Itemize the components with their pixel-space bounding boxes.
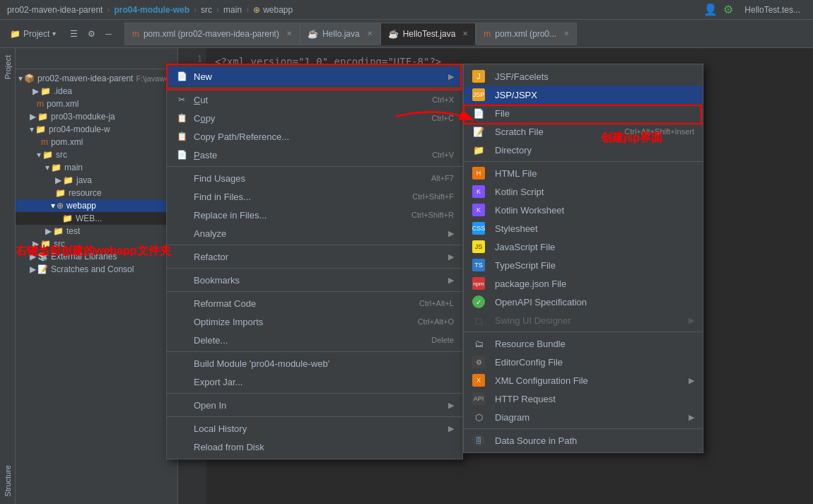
swing-arrow: ▶ [689,316,694,325]
sep-6 [167,351,462,352]
editorconfig-icon: ⚙ [472,356,485,368]
menu-item-refactor[interactable]: Refactor ▶ [167,247,462,266]
analyze-icon [175,227,188,240]
directory-icon: 📁 [472,143,485,156]
menu-item-optimize[interactable]: Optimize Imports Ctrl+Alt+O [167,312,462,331]
resource-bundle-icon: 🗂 [472,337,485,350]
menu-item-local-history[interactable]: Local History ▶ [167,419,462,438]
menu-arrow-new: ▶ [448,72,454,81]
build-icon [175,357,188,370]
xml-config-icon: X [472,374,485,387]
menu-item-find-files[interactable]: Find in Files... Ctrl+Shift+F [167,187,462,206]
submenu-item-editorconfig[interactable]: ⚙ EditorConfig File [464,353,703,371]
replace-icon [175,209,188,221]
submenu-item-html[interactable]: H HTML File [464,164,703,182]
menu-item-new[interactable]: 📄 New ▶ [167,67,462,86]
xml-config-arrow: ▶ [689,376,694,385]
local-history-icon [175,422,188,435]
refactor-icon [175,250,188,263]
left-callout: 右键当前创建的webapp文件夹 [16,244,171,259]
swing-icon: ◻ [472,314,485,327]
menu-item-replace-files[interactable]: Replace in Files... Ctrl+Shift+R [167,206,462,224]
menu-arrow-open-in: ▶ [448,401,454,410]
package-json-icon: npm [472,277,485,290]
submenu-item-directory[interactable]: 📁 Directory [464,141,703,159]
submenu-item-package-json[interactable]: npm package.json File [464,274,703,293]
submenu-item-diagram[interactable]: ⬡ Diagram ▶ [464,408,703,426]
js-icon: JS [472,240,485,253]
sep-7 [167,393,462,394]
menu-item-reload[interactable]: Reload from Disk [167,438,462,456]
menu-arrow-local-history: ▶ [448,424,454,433]
menu-item-reformat[interactable]: Reformat Code Ctrl+Alt+L [167,294,462,312]
paste-shortcut: Ctrl+V [432,151,454,159]
submenu-item-xml-config[interactable]: X XML Configuration File ▶ [464,371,703,389]
menu-item-open-in[interactable]: Open In ▶ [167,396,462,414]
submenu-item-http-request[interactable]: API HTTP Request [464,389,703,408]
submenu-item-stylesheet[interactable]: CSS Stylesheet [464,219,703,238]
open-in-icon [175,399,188,411]
submenu-item-swing: ◻ Swing UI Designer ▶ [464,311,703,329]
submenu-sep-1 [464,161,703,162]
find-files-icon [175,190,188,203]
kotlin-script-icon: K [472,185,485,198]
submenu-item-jsf[interactable]: J JSF/Facelets [464,67,703,86]
menu-item-paste[interactable]: 📄 Paste Ctrl+V [167,146,462,164]
menu-arrow-analyze: ▶ [448,229,454,238]
stylesheet-icon: CSS [472,222,485,235]
submenu-item-resource-bundle[interactable]: 🗂 Resource Bundle [464,334,703,353]
submenu-item-file[interactable]: 📄 File [464,104,703,122]
replace-shortcut: Ctrl+Shift+R [411,211,454,219]
submenu-item-openapi[interactable]: ✓ OpenAPI Specification [464,293,703,311]
submenu-item-kotlin-worksheet[interactable]: K Kotlin Worksheet [464,201,703,219]
http-icon: API [472,392,485,405]
diagram-icon: ⬡ [472,411,485,423]
reload-icon [175,440,188,453]
openapi-icon: ✓ [472,295,485,308]
delete-icon [175,334,188,346]
kotlin-worksheet-icon: K [472,204,485,216]
sep-2 [167,166,462,167]
submenu-item-scratch[interactable]: 📝 Scratch File Ctrl+Alt+Shift+Insert [464,122,703,141]
context-menu-overlay: 📄 New ▶ ✂ Cut Ctrl+X 📋 Copy Ctrl+C 📋 [0,0,813,504]
submenu-item-typescript[interactable]: TS TypeScript File [464,256,703,274]
submenu: J JSF/Facelets JSP JSP/JSPX 📄 File 📝 Scr… [463,64,703,453]
submenu-item-kotlin-script[interactable]: K Kotlin Script [464,182,703,201]
menu-arrow-bookmarks: ▶ [448,276,454,285]
menu-item-find-usages[interactable]: Find Usages Alt+F7 [167,169,462,187]
menu-item-bookmarks[interactable]: Bookmarks ▶ [167,271,462,289]
sep-8 [167,416,462,417]
submenu-item-data-source[interactable]: 🗄 Data Source in Path [464,431,703,450]
data-source-icon: 🗄 [472,434,485,447]
menu-item-build[interactable]: Build Module 'pro04-module-web' [167,354,462,373]
sep-3 [167,245,462,245]
delete-shortcut: Delete [431,336,454,344]
find-files-shortcut: Ctrl+Shift+F [412,192,454,201]
find-usages-shortcut: Alt+F7 [431,174,454,182]
menu-item-export[interactable]: Export Jar... [167,373,462,391]
copy-path-icon: 📋 [175,130,188,143]
jsf-icon: J [472,70,485,83]
optimize-icon [175,315,188,328]
submenu-item-javascript[interactable]: JS JavaScript File [464,238,703,256]
submenu-item-jsp[interactable]: JSP JSP/JSPX [464,86,703,104]
arrow-to-jsp [389,99,481,134]
menu-arrow-refactor: ▶ [448,252,454,262]
reformat-icon [175,297,188,310]
export-icon [175,375,188,388]
ts-icon: TS [472,259,485,271]
sep-1 [167,88,462,88]
new-icon: 📄 [175,70,188,83]
submenu-sep-2 [464,332,703,332]
reformat-shortcut: Ctrl+Alt+L [419,299,454,307]
submenu-sep-3 [464,428,703,429]
find-usages-icon [175,172,188,184]
menu-item-analyze[interactable]: Analyze ▶ [167,224,462,242]
diagram-arrow: ▶ [689,413,694,422]
optimize-shortcut: Ctrl+Alt+O [418,317,454,326]
right-callout: 创建jsp界面 [601,131,662,146]
sep-5 [167,291,462,292]
menu-item-delete[interactable]: Delete... Delete [167,331,462,349]
html-icon: H [472,167,485,180]
paste-icon: 📄 [175,148,188,161]
